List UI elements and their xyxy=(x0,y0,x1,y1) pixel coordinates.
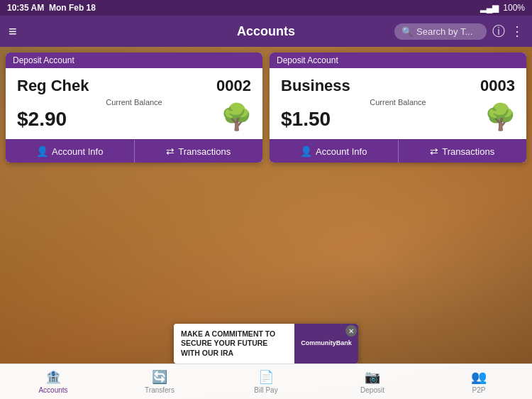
card-account-row-1: Business 0003 xyxy=(281,77,515,95)
transfers-tab-label: Transfers xyxy=(145,386,174,394)
balance-label-1: Current Balance xyxy=(281,98,515,106)
p2p-tab-icon: 👥 xyxy=(471,369,487,385)
main-content: Deposit Account Reg Chek 0002 Current Ba… xyxy=(0,47,532,399)
balance-1: $1.50 xyxy=(281,108,515,131)
status-time-date: 10:35 AM Mon Feb 18 xyxy=(7,3,96,13)
transactions-btn-1[interactable]: ⇄ Transactions xyxy=(399,140,527,163)
account-number-1: 0003 xyxy=(480,77,515,95)
nav-bar: ≡ Accounts 🔍 Search by T... ⓘ ⋮ xyxy=(0,16,532,47)
account-name-0: Reg Chek xyxy=(17,77,89,95)
tab-bar: 🏦 Accounts 🔄 Transfers 📄 Bill Pay 📷 Depo… xyxy=(0,364,532,399)
billpay-tab-label: Bill Pay xyxy=(254,386,277,394)
card-footer-0: 👤 Account Info ⇄ Transactions xyxy=(6,139,262,163)
p2p-tab-label: P2P xyxy=(472,386,486,394)
deposit-tab-label: Deposit xyxy=(360,386,384,394)
more-button[interactable]: ⋮ xyxy=(511,23,523,39)
battery-icon: 100% xyxy=(503,3,525,13)
info-button[interactable]: ⓘ xyxy=(492,23,505,40)
ad-close-button[interactable]: ✕ xyxy=(345,325,357,337)
tab-deposit[interactable]: 📷 Deposit xyxy=(319,366,426,397)
account-info-icon-1: 👤 xyxy=(300,146,312,157)
account-name-1: Business xyxy=(281,77,350,95)
card-body-0: Reg Chek 0002 Current Balance $2.90 🌳 xyxy=(6,68,262,139)
cards-container: Deposit Account Reg Chek 0002 Current Ba… xyxy=(6,53,526,163)
tab-billpay[interactable]: 📄 Bill Pay xyxy=(213,366,319,397)
search-box[interactable]: 🔍 Search by T... xyxy=(394,23,487,40)
tab-p2p[interactable]: 👥 P2P xyxy=(426,366,532,397)
account-card-0: Deposit Account Reg Chek 0002 Current Ba… xyxy=(6,53,262,163)
tab-accounts[interactable]: 🏦 Accounts xyxy=(0,366,106,397)
card-footer-1: 👤 Account Info ⇄ Transactions xyxy=(270,139,526,163)
transactions-icon-1: ⇄ xyxy=(430,146,438,157)
hamburger-icon[interactable]: ≡ xyxy=(9,23,17,39)
account-number-0: 0002 xyxy=(216,77,251,95)
account-info-icon-0: 👤 xyxy=(36,146,48,157)
transactions-icon-0: ⇄ xyxy=(166,146,174,157)
deposit-tab-icon: 📷 xyxy=(365,369,380,385)
card-header-0: Deposit Account xyxy=(6,53,262,68)
billpay-tab-icon: 📄 xyxy=(258,369,274,385)
tab-transfers[interactable]: 🔄 Transfers xyxy=(106,366,213,397)
accounts-tab-label: Accounts xyxy=(38,386,67,394)
account-info-btn-0[interactable]: 👤 Account Info xyxy=(6,140,135,163)
account-card-1: Deposit Account Business 0003 Current Ba… xyxy=(270,53,526,163)
nav-actions: 🔍 Search by T... ⓘ ⋮ xyxy=(394,23,523,40)
account-info-btn-1[interactable]: 👤 Account Info xyxy=(270,140,399,163)
status-bar: 10:35 AM Mon Feb 18 ▂▄▆ 100% xyxy=(0,0,532,16)
nav-title: Accounts xyxy=(237,24,295,39)
wifi-icon: ▂▄▆ xyxy=(480,3,499,13)
menu-button[interactable]: ≡ xyxy=(9,23,17,40)
card-header-1: Deposit Account xyxy=(270,53,526,68)
transfers-tab-icon: 🔄 xyxy=(152,369,167,385)
accounts-tab-icon: 🏦 xyxy=(45,369,61,385)
status-indicators: ▂▄▆ 100% xyxy=(480,3,525,13)
search-placeholder: Search by T... xyxy=(416,26,472,37)
balance-label-0: Current Balance xyxy=(17,98,251,106)
card-account-row-0: Reg Chek 0002 xyxy=(17,77,251,95)
ad-banner: MAKE A COMMITMENT TO SECURE YOUR FUTURE … xyxy=(174,324,358,364)
tree-icon-0: 🌳 xyxy=(221,102,253,132)
search-icon: 🔍 xyxy=(401,26,413,37)
balance-0: $2.90 xyxy=(17,108,251,131)
tree-icon-1: 🌳 xyxy=(484,102,516,132)
card-body-1: Business 0003 Current Balance $1.50 🌳 xyxy=(270,68,526,139)
transactions-btn-0[interactable]: ⇄ Transactions xyxy=(135,140,263,163)
ad-text: MAKE A COMMITMENT TO SECURE YOUR FUTURE … xyxy=(174,325,294,363)
